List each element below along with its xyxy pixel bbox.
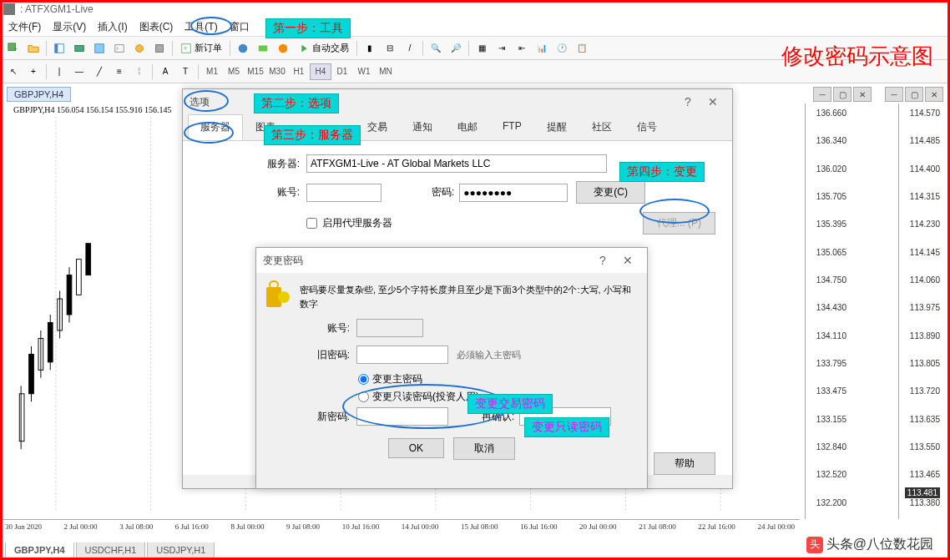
menu-chart[interactable]: 图表(C) bbox=[134, 18, 179, 36]
tf-m1[interactable]: M1 bbox=[201, 63, 223, 80]
tab-server[interactable]: 服务器 bbox=[188, 114, 243, 140]
tf-h1[interactable]: H1 bbox=[288, 63, 310, 80]
menu-file[interactable]: 文件(F) bbox=[3, 18, 46, 36]
period-icon[interactable]: 🕐 bbox=[553, 39, 571, 58]
menu-window[interactable]: 窗口 bbox=[225, 18, 255, 36]
pwd-close-icon[interactable]: ✕ bbox=[615, 250, 640, 271]
xaxis: 30 Jun 20202 Jul 00:003 Jul 08:006 Jul 1… bbox=[0, 519, 800, 536]
zoom-out-icon[interactable]: 🔎 bbox=[447, 39, 465, 58]
newpwd-input[interactable] bbox=[356, 407, 448, 426]
nav-icon[interactable] bbox=[50, 39, 68, 58]
tile-icon[interactable]: ▦ bbox=[472, 39, 491, 58]
svg-rect-21 bbox=[19, 394, 24, 441]
close-icon[interactable]: ✕ bbox=[700, 91, 725, 113]
maximize-icon[interactable]: ▢ bbox=[833, 87, 851, 102]
expert-icon[interactable] bbox=[254, 39, 272, 58]
fibo-icon[interactable]: ⦙ bbox=[130, 63, 149, 81]
trendline-icon[interactable]: ╱ bbox=[90, 63, 109, 81]
close-chart-icon[interactable]: ✕ bbox=[853, 87, 872, 102]
bottom-tab-1[interactable]: GBPJPY,H4 bbox=[5, 542, 74, 558]
text-icon[interactable]: A bbox=[156, 63, 174, 81]
signal-icon[interactable] bbox=[274, 39, 292, 58]
tab-community[interactable]: 社区 bbox=[579, 114, 624, 140]
line-chart-icon[interactable]: / bbox=[401, 39, 419, 58]
oldpwd-input[interactable] bbox=[356, 346, 448, 364]
radio-readonly[interactable] bbox=[358, 391, 369, 402]
options-title: 选项 bbox=[189, 95, 210, 109]
data-icon[interactable] bbox=[90, 39, 109, 58]
watermark: 头 头条@八位数花园 bbox=[806, 536, 933, 553]
tf-w1[interactable]: W1 bbox=[353, 63, 375, 80]
autotrade-button[interactable]: 自动交易 bbox=[293, 42, 354, 54]
bar-chart-icon[interactable]: ▮ bbox=[361, 39, 379, 58]
menu-view[interactable]: 显示(V) bbox=[48, 18, 91, 36]
tf-m30[interactable]: M30 bbox=[266, 63, 288, 80]
tab-ftp[interactable]: FTP bbox=[490, 114, 534, 140]
svg-text:+: + bbox=[13, 44, 18, 53]
terminal-icon[interactable] bbox=[110, 39, 129, 58]
tf-m5[interactable]: M5 bbox=[223, 63, 245, 80]
tf-mn[interactable]: MN bbox=[375, 63, 397, 80]
tab-signal[interactable]: 信号 bbox=[624, 114, 670, 140]
bottom-tab-3[interactable]: USDJPY,H1 bbox=[147, 542, 215, 558]
callout-step3: 第三步：服务器 bbox=[264, 125, 361, 145]
cancel-button[interactable]: 取消 bbox=[453, 437, 515, 460]
minimize-icon[interactable]: ─ bbox=[813, 87, 831, 102]
strategy-icon[interactable] bbox=[130, 39, 149, 58]
change-password-dialog: 变更密码 ? ✕ 密码要尽量复杂些, 至少5个字符长度并且至少是下面3个类型中的… bbox=[255, 247, 648, 489]
candle-chart-icon[interactable]: ⊟ bbox=[381, 39, 399, 58]
server-input[interactable] bbox=[306, 154, 607, 173]
menu-tools[interactable]: 工具(T) bbox=[179, 18, 222, 36]
overlay-title: 修改密码示意图 bbox=[781, 42, 933, 71]
tab-email[interactable]: 电邮 bbox=[445, 114, 490, 140]
proxy-checkbox[interactable] bbox=[306, 218, 317, 229]
tester-icon[interactable] bbox=[150, 39, 169, 58]
ok-button[interactable]: OK bbox=[388, 438, 444, 458]
menu-insert[interactable]: 插入(I) bbox=[93, 18, 132, 36]
help-button[interactable]: 帮助 bbox=[654, 452, 715, 475]
hline-icon[interactable]: — bbox=[70, 63, 88, 81]
cursor-icon[interactable]: ↖ bbox=[4, 63, 23, 81]
tf-m15[interactable]: M15 bbox=[245, 63, 266, 80]
svg-rect-5 bbox=[95, 43, 104, 53]
help-icon[interactable]: ? bbox=[675, 91, 700, 113]
meta-icon[interactable] bbox=[234, 39, 252, 58]
change-button[interactable]: 变更(C) bbox=[576, 181, 645, 204]
svg-rect-11 bbox=[259, 45, 268, 51]
login-input[interactable] bbox=[306, 184, 382, 202]
bottom-tab-2[interactable]: USDCHF,H1 bbox=[76, 542, 146, 558]
proxy-button: 代理... (P) bbox=[643, 212, 715, 235]
tab-remind[interactable]: 提醒 bbox=[534, 114, 579, 140]
label-icon[interactable]: T bbox=[176, 63, 195, 81]
crosshair-icon[interactable]: + bbox=[24, 63, 43, 81]
channel-icon[interactable]: ≡ bbox=[110, 63, 129, 81]
password-input[interactable] bbox=[459, 184, 568, 202]
callout-step4: 第四步：变更 bbox=[619, 162, 705, 182]
market-icon[interactable] bbox=[70, 39, 88, 58]
zoom-in-icon[interactable]: 🔍 bbox=[427, 39, 445, 58]
tf-d1[interactable]: D1 bbox=[331, 63, 353, 80]
template-icon[interactable]: 📋 bbox=[573, 39, 591, 58]
tab-trade[interactable]: 交易 bbox=[355, 114, 400, 140]
tab-notify[interactable]: 通知 bbox=[400, 114, 445, 140]
radio-main[interactable] bbox=[358, 374, 369, 385]
vline-icon[interactable]: | bbox=[50, 63, 68, 81]
toutiao-icon: 头 bbox=[806, 537, 823, 553]
minimize2-icon[interactable]: ─ bbox=[885, 87, 903, 102]
login-label: 账号: bbox=[250, 185, 300, 199]
close2-icon[interactable]: ✕ bbox=[925, 87, 943, 102]
new-order-button[interactable]: +新订单 bbox=[175, 42, 227, 54]
scroll-icon[interactable]: ⇥ bbox=[493, 39, 511, 58]
tf-h4[interactable]: H4 bbox=[310, 63, 331, 80]
chart-tab-label[interactable]: GBPJPY,H4 bbox=[7, 87, 71, 102]
lock-key-icon bbox=[266, 283, 290, 310]
svg-point-12 bbox=[279, 43, 288, 53]
new-chart-icon[interactable]: + bbox=[4, 39, 23, 58]
timeframe-bar: M1M5M15M30H1H4D1W1MN bbox=[201, 63, 397, 80]
shift-icon[interactable]: ⇤ bbox=[513, 39, 531, 58]
pwd-desc: 密码要尽量复杂些, 至少5个字符长度并且至少是下面3个类型中的2个:大写, 小写… bbox=[300, 283, 637, 310]
indicator-icon[interactable]: 📊 bbox=[533, 39, 551, 58]
folder-icon[interactable] bbox=[24, 39, 43, 58]
maximize2-icon[interactable]: ▢ bbox=[905, 87, 923, 102]
pwd-help-icon[interactable]: ? bbox=[590, 250, 615, 271]
